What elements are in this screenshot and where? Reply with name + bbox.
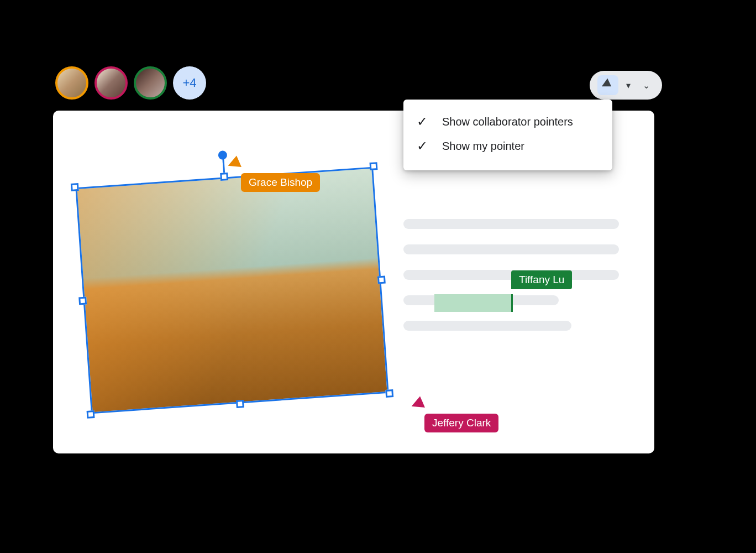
cursor-icon [412, 396, 429, 413]
menu-item-show-collaborator-pointers[interactable]: ✓ Show collaborator pointers [416, 109, 599, 134]
avatar-more-count[interactable]: +4 [173, 66, 206, 100]
collaborator-name-tag: Tiffany Lu [511, 270, 572, 289]
collaborator-cursor-grace: Grace Bishop [231, 158, 320, 192]
text-selection-highlight [434, 294, 513, 312]
text-line [403, 219, 619, 229]
menu-item-label: Show collaborator pointers [442, 116, 573, 128]
chevron-down-icon[interactable]: ⌄ [638, 80, 654, 91]
resize-handle[interactable] [220, 173, 228, 181]
image-content [75, 167, 389, 414]
text-line [403, 244, 619, 254]
resize-handle[interactable] [385, 389, 393, 398]
collaborator-cursor-jeffery: Jeffery Clark [414, 398, 498, 432]
resize-handle[interactable] [369, 162, 377, 170]
collaborator-name-tag: Grace Bishop [241, 173, 320, 192]
text-line [403, 321, 571, 331]
resize-handle[interactable] [377, 276, 386, 284]
resize-handle[interactable] [78, 296, 87, 305]
cursor-icon [228, 155, 245, 173]
caret-down-icon[interactable]: ▾ [622, 80, 635, 91]
cursor-icon [601, 79, 614, 91]
resize-handle[interactable] [87, 410, 95, 419]
menu-item-label: Show my pointer [442, 140, 524, 153]
avatar[interactable] [55, 66, 88, 100]
avatar[interactable] [95, 66, 128, 100]
pointer-tool: ▾ ⌄ [590, 71, 662, 100]
collaborator-avatars: +4 [55, 66, 206, 100]
selected-image[interactable] [75, 167, 389, 414]
resize-handle[interactable] [71, 183, 79, 191]
resize-handle[interactable] [236, 400, 244, 408]
collaborator-name-tag: Jeffery Clark [424, 414, 498, 432]
cursor-tool-button[interactable] [597, 75, 618, 95]
avatar[interactable] [134, 66, 167, 100]
check-icon: ✓ [416, 114, 429, 129]
check-icon: ✓ [416, 138, 429, 154]
menu-item-show-my-pointer[interactable]: ✓ Show my pointer [416, 134, 599, 158]
pointer-options-menu: ✓ Show collaborator pointers ✓ Show my p… [403, 100, 612, 170]
